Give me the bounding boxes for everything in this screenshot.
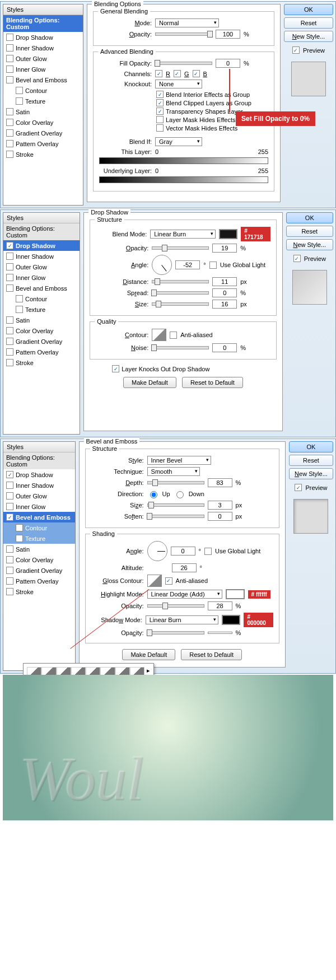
fill-opacity-slider[interactable] <box>155 62 212 65</box>
be-style-select[interactable]: Inner Bevel <box>147 456 211 465</box>
style-satin[interactable]: Satin <box>3 544 75 554</box>
reset-default-button[interactable]: Reset to Default <box>181 649 242 660</box>
blend-mode-select[interactable]: Normal <box>155 18 219 27</box>
opacity-slider[interactable] <box>155 32 212 36</box>
style-inner-shadow[interactable]: Inner Shadow <box>3 480 75 491</box>
be-shop-input[interactable] <box>208 632 232 634</box>
style-drop-shadow[interactable]: Drop Shadow <box>3 32 83 43</box>
contour-picker[interactable] <box>152 329 166 341</box>
style-outer-glow[interactable]: Outer Glow <box>3 53 83 64</box>
be-hlop-slider[interactable] <box>147 604 204 608</box>
reset-button[interactable]: Reset <box>289 455 333 466</box>
new-style-button[interactable]: New Style... <box>284 31 333 42</box>
channel-r-checkbox[interactable] <box>155 70 162 77</box>
aa-checkbox[interactable] <box>170 332 177 339</box>
style-blending-options[interactable]: Blending Options: Custom <box>3 452 75 469</box>
style-color-overlay[interactable]: Color Overlay <box>3 554 75 565</box>
be-depth-input[interactable]: 83 <box>208 478 232 487</box>
ds-size-slider[interactable] <box>152 302 209 306</box>
style-gradient-overlay[interactable]: Gradient Overlay <box>3 565 75 576</box>
ds-color-swatch[interactable] <box>219 229 237 239</box>
style-inner-shadow[interactable]: Inner Shadow <box>3 251 80 262</box>
be-soften-input[interactable]: 0 <box>208 512 232 521</box>
be-sh-select[interactable]: Linear Burn <box>146 615 219 624</box>
style-texture[interactable]: Texture <box>3 533 75 544</box>
be-tech-select[interactable]: Smooth <box>147 467 200 476</box>
reset-default-button[interactable]: Reset to Default <box>182 377 243 388</box>
fill-opacity-input[interactable]: 0 <box>216 59 240 68</box>
style-pattern-overlay[interactable]: Pattern Overlay <box>3 347 80 357</box>
ds-mode-select[interactable]: Linear Burn <box>150 230 216 239</box>
be-size-slider[interactable] <box>147 503 204 507</box>
be-aa-checkbox[interactable] <box>165 577 172 585</box>
be-angle-input[interactable]: 0 <box>171 547 195 556</box>
style-drop-shadow[interactable]: Drop Shadow <box>3 240 80 251</box>
layer-mask-checkbox[interactable] <box>156 116 164 123</box>
ds-distance-slider[interactable] <box>152 280 209 283</box>
be-shop-slider[interactable] <box>147 631 204 634</box>
style-stroke[interactable]: Stroke <box>3 357 80 368</box>
blend-clipped-checkbox[interactable] <box>156 99 164 106</box>
reset-button[interactable]: Reset <box>286 226 333 237</box>
gloss-contour-picker[interactable] <box>147 575 162 587</box>
style-texture[interactable]: Texture <box>3 304 80 315</box>
vector-mask-checkbox[interactable] <box>156 124 164 132</box>
blendif-select[interactable]: Gray <box>155 137 202 146</box>
ds-size-input[interactable]: 16 <box>212 300 237 309</box>
knocks-out-checkbox[interactable] <box>112 365 119 372</box>
channel-g-checkbox[interactable] <box>174 70 181 77</box>
style-contour[interactable]: Contour <box>3 85 83 96</box>
ok-button[interactable]: OK <box>286 212 333 223</box>
style-pattern-overlay[interactable]: Pattern Overlay <box>3 576 75 586</box>
be-angle-dial[interactable] <box>147 541 167 561</box>
be-size-input[interactable]: 3 <box>208 501 232 510</box>
style-inner-glow[interactable]: Inner Glow <box>3 501 75 512</box>
style-outer-glow[interactable]: Outer Glow <box>3 262 80 272</box>
preview-checkbox[interactable] <box>293 255 301 262</box>
style-color-overlay[interactable]: Color Overlay <box>3 325 80 336</box>
be-hl-select[interactable]: Linear Dodge (Add) <box>147 590 222 599</box>
ds-opacity-slider[interactable] <box>152 246 209 250</box>
style-contour[interactable]: Contour <box>3 522 75 533</box>
be-depth-slider[interactable] <box>147 481 204 484</box>
style-satin[interactable]: Satin <box>3 106 83 117</box>
new-style-button[interactable]: New Style... <box>289 468 333 479</box>
preview-checkbox[interactable] <box>292 46 300 54</box>
style-gradient-overlay[interactable]: Gradient Overlay <box>3 336 80 347</box>
style-inner-shadow[interactable]: Inner Shadow <box>3 43 83 53</box>
reset-button[interactable]: Reset <box>284 17 333 29</box>
be-soften-slider[interactable] <box>147 515 204 518</box>
style-contour[interactable]: Contour <box>3 293 80 304</box>
style-bevel-emboss[interactable]: Bevel and Emboss <box>3 74 83 85</box>
underlying-layer-gradient[interactable] <box>99 176 268 183</box>
make-default-button[interactable]: Make Default <box>122 649 175 660</box>
channel-b-checkbox[interactable] <box>193 70 200 77</box>
preview-checkbox[interactable] <box>295 484 302 491</box>
knockout-select[interactable]: None <box>155 80 202 88</box>
make-default-button[interactable]: Make Default <box>123 377 176 388</box>
style-drop-shadow[interactable]: Drop Shadow <box>3 469 75 480</box>
blend-interior-checkbox[interactable] <box>156 91 164 98</box>
style-blending-options[interactable]: Blending Options: Custom <box>3 223 80 240</box>
ds-noise-slider[interactable] <box>152 346 209 349</box>
be-global-checkbox[interactable] <box>204 548 212 555</box>
be-hlop-input[interactable]: 28 <box>208 601 232 610</box>
style-bevel-emboss[interactable]: Bevel and Emboss <box>3 512 75 522</box>
style-gradient-overlay[interactable]: Gradient Overlay <box>3 128 83 138</box>
style-stroke[interactable]: Stroke <box>3 149 83 160</box>
style-bevel-emboss[interactable]: Bevel and Emboss <box>3 283 80 293</box>
transparency-shapes-checkbox[interactable] <box>156 108 164 115</box>
ok-button[interactable]: OK <box>284 4 333 15</box>
style-satin[interactable]: Satin <box>3 315 80 325</box>
ds-opacity-input[interactable]: 19 <box>212 244 237 253</box>
ds-spread-slider[interactable] <box>152 291 209 295</box>
be-alt-input[interactable]: 26 <box>172 563 197 572</box>
ds-spread-input[interactable]: 0 <box>212 288 237 297</box>
style-inner-glow[interactable]: Inner Glow <box>3 272 80 283</box>
ds-distance-input[interactable]: 11 <box>212 277 237 286</box>
style-inner-glow[interactable]: Inner Glow <box>3 64 83 74</box>
new-style-button[interactable]: New Style... <box>286 239 333 250</box>
style-pattern-overlay[interactable]: Pattern Overlay <box>3 138 83 149</box>
global-light-checkbox[interactable] <box>209 262 217 269</box>
this-layer-gradient[interactable] <box>99 157 268 164</box>
